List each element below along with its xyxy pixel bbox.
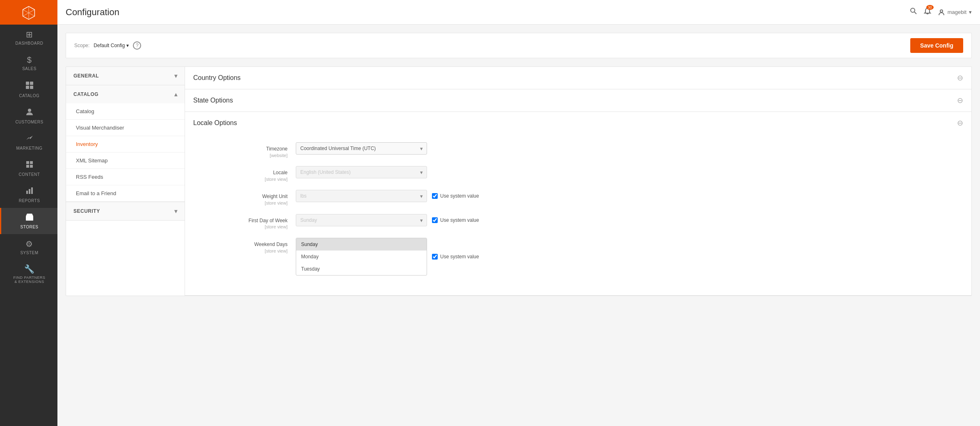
weight-unit-system-value-checkbox[interactable]	[432, 193, 438, 199]
svg-rect-13	[28, 217, 31, 221]
locale-options-header[interactable]: Locale Options ⊖	[185, 112, 971, 134]
weekend-days-system-value-label: Use system value	[432, 254, 479, 260]
first-day-week-row: First Day of Week [store view] Sunday	[197, 214, 959, 230]
user-menu[interactable]: magebit ▾	[938, 9, 972, 16]
scope-value: Default Config	[94, 43, 125, 48]
locale-label: Locale [store view]	[197, 166, 288, 182]
visual-merchandiser-label: Visual Merchandiser	[76, 125, 124, 131]
locale-select[interactable]: English (United States)	[296, 166, 427, 178]
state-options-header[interactable]: State Options ⊖	[185, 89, 971, 112]
extensions-icon: 🔧	[24, 264, 35, 274]
svg-rect-0	[26, 82, 29, 85]
state-options-section: State Options ⊖	[185, 89, 971, 112]
config-section-general-header[interactable]: GENERAL ▾	[66, 67, 185, 85]
catalog-menu-item-visual-merchandiser[interactable]: Visual Merchandiser	[66, 120, 185, 136]
catalog-menu-item-email-friend[interactable]: Email to a Friend	[66, 185, 185, 202]
svg-rect-9	[26, 191, 28, 194]
sidebar-item-label: CATALOG	[19, 93, 40, 98]
sidebar-item-catalog[interactable]: CATALOG	[0, 76, 57, 103]
config-section-general: GENERAL ▾	[66, 67, 185, 85]
catalog-menu-item-xml-sitemap[interactable]: XML Sitemap	[66, 153, 185, 169]
catalog-menu-item-inventory[interactable]: Inventory	[66, 136, 185, 153]
sidebar-item-label: CUSTOMERS	[15, 120, 43, 124]
weight-unit-system-value-label: Use system value	[432, 193, 479, 199]
sidebar-item-label: SYSTEM	[20, 251, 38, 255]
weekend-days-system-value-checkbox[interactable]	[432, 254, 438, 260]
content-area: GENERAL ▾ CATALOG ▴ Catalog Visual Merch…	[66, 66, 972, 296]
svg-rect-5	[26, 161, 29, 164]
weight-unit-system-value-text: Use system value	[440, 193, 479, 199]
config-section-security: SECURITY ▾	[66, 202, 185, 221]
email-friend-label: Email to a Friend	[76, 190, 116, 196]
weight-unit-row: Weight Unit [store view] lbs U	[197, 190, 959, 206]
first-day-week-select-wrapper: Sunday	[296, 214, 427, 226]
sidebar-logo[interactable]	[0, 0, 57, 25]
svg-rect-1	[30, 82, 33, 85]
timezone-select[interactable]: Coordinated Universal Time (UTC)	[296, 142, 427, 155]
top-header: Configuration 30 magebit ▾	[0, 0, 980, 25]
dashboard-icon: ⊞	[26, 30, 33, 39]
help-icon[interactable]: ?	[133, 41, 141, 50]
locale-control: English (United States)	[296, 166, 959, 178]
notifications-button[interactable]: 30	[924, 7, 931, 17]
stores-icon	[25, 213, 34, 223]
weekend-option-sunday[interactable]: Sunday	[296, 238, 427, 251]
main-wrapper: Scope: Default Config ▾ ? Save Config GE…	[57, 25, 980, 426]
sidebar-item-reports[interactable]: REPORTS	[0, 182, 57, 208]
country-options-section: Country Options ⊖	[185, 67, 971, 89]
svg-rect-3	[30, 86, 33, 89]
catalog-icon	[25, 81, 34, 92]
svg-rect-2	[26, 86, 29, 89]
page-title: Configuration	[66, 7, 119, 18]
sidebar-item-extensions[interactable]: 🔧 FIND PARTNERS& EXTENSIONS	[0, 260, 57, 288]
first-day-week-select[interactable]: Sunday	[296, 214, 427, 226]
locale-options-expand-icon: ⊖	[957, 118, 963, 128]
general-section-label: GENERAL	[73, 73, 99, 79]
header-actions: 30 magebit ▾	[910, 7, 972, 17]
inventory-label: Inventory	[76, 141, 98, 147]
svg-rect-8	[30, 165, 33, 168]
config-section-security-header[interactable]: SECURITY ▾	[66, 202, 185, 220]
sidebar-item-label: SALES	[22, 66, 37, 71]
first-day-system-value-checkbox[interactable]	[432, 217, 438, 223]
weight-unit-select[interactable]: lbs	[296, 190, 427, 202]
sidebar-item-customers[interactable]: CUSTOMERS	[0, 103, 57, 129]
weekend-days-label: Weekend Days [store view]	[197, 238, 288, 254]
save-config-button[interactable]: Save Config	[910, 38, 963, 53]
first-day-week-label: First Day of Week [store view]	[197, 214, 288, 230]
catalog-item-label: Catalog	[76, 108, 94, 114]
svg-point-4	[28, 109, 31, 112]
sidebar-item-label: FIND PARTNERS& EXTENSIONS	[13, 276, 45, 284]
sidebar-item-stores[interactable]: STORES	[0, 208, 57, 234]
locale-options-body: Timezone [website] Coordinated Universal…	[185, 134, 971, 295]
sidebar-item-label: MARKETING	[16, 146, 43, 150]
weekend-option-monday[interactable]: Monday	[296, 251, 427, 263]
sidebar-item-label: STORES	[21, 225, 39, 229]
first-day-system-value-text: Use system value	[440, 217, 479, 223]
sales-icon: $	[27, 55, 32, 65]
weekend-option-tuesday[interactable]: Tuesday	[296, 263, 427, 275]
weight-unit-control: lbs Use system value	[296, 190, 959, 202]
scope-select[interactable]: Default Config ▾	[94, 43, 129, 48]
locale-options-section: Locale Options ⊖ Timezone [website]	[185, 112, 971, 296]
search-button[interactable]	[910, 7, 917, 17]
catalog-menu-item-catalog[interactable]: Catalog	[66, 103, 185, 120]
sidebar-item-content[interactable]: CONTENT	[0, 155, 57, 182]
user-dropdown-icon: ▾	[969, 9, 972, 15]
sidebar-item-marketing[interactable]: MARKETING	[0, 129, 57, 155]
svg-rect-10	[29, 189, 30, 194]
config-section-catalog-header[interactable]: CATALOG ▴	[66, 85, 185, 103]
sidebar-item-sales[interactable]: $ SALES	[0, 50, 57, 76]
weekend-days-select-wrapper: Sunday Monday Tuesday	[296, 238, 427, 276]
sidebar-item-system[interactable]: ⚙ SYSTEM	[0, 234, 57, 260]
svg-rect-7	[26, 165, 29, 168]
general-chevron-icon: ▾	[174, 73, 178, 79]
svg-rect-11	[31, 187, 33, 194]
sidebar-item-label: REPORTS	[19, 198, 40, 203]
user-name: magebit	[948, 9, 966, 15]
timezone-select-wrapper: Coordinated Universal Time (UTC)	[296, 142, 427, 155]
state-options-expand-icon: ⊖	[957, 96, 963, 105]
country-options-header[interactable]: Country Options ⊖	[185, 67, 971, 89]
sidebar-item-dashboard[interactable]: ⊞ DASHBOARD	[0, 25, 57, 50]
catalog-menu-item-rss-feeds[interactable]: RSS Feeds	[66, 169, 185, 185]
